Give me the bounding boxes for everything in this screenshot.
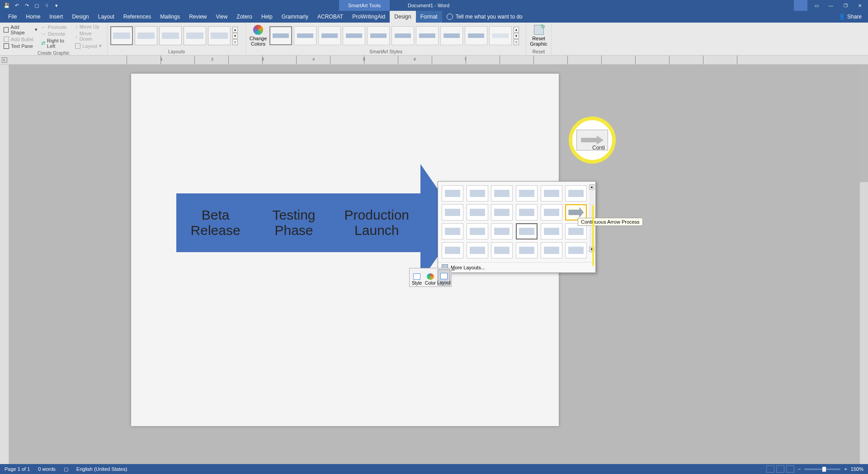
gallery-item[interactable] [516,242,538,258]
style-option-4[interactable] [343,26,365,45]
tab-smartart-design[interactable]: Design [390,11,415,23]
smartart-item-1[interactable]: Beta Release [184,207,247,238]
tab-review[interactable]: Review [184,11,211,23]
tab-view[interactable]: View [212,11,232,23]
layouts-scroll-up-icon[interactable]: ▴ [232,27,238,33]
gallery-scroll-up-icon[interactable]: ▴ [589,184,594,190]
gallery-item[interactable] [442,242,463,258]
status-proofing-icon[interactable]: ▢ [64,466,68,472]
save-icon[interactable]: 💾 [4,2,10,9]
style-option-10[interactable] [489,26,512,45]
styles-scroll-up-icon[interactable]: ▴ [514,27,519,33]
layout-option-2[interactable] [135,26,157,45]
mini-style-button[interactable]: Style [410,269,423,286]
style-option-2[interactable] [294,26,316,45]
smartart-item-2[interactable]: Testing Phase [262,207,326,238]
zoom-slider[interactable] [804,469,840,470]
qat-dropdown-icon[interactable]: ▾ [53,2,60,9]
gallery-item[interactable] [491,242,513,258]
gallery-item[interactable] [541,223,562,239]
gallery-item[interactable] [491,223,513,239]
tab-smartart-format[interactable]: Format [416,11,442,23]
ribbon-display-icon[interactable]: ▭ [810,0,823,11]
tab-grammarly[interactable]: Grammarly [277,11,313,23]
minimize-icon[interactable]: — [825,0,837,11]
layouts-more-icon[interactable]: ▿ [232,39,238,45]
layout-option-3[interactable] [159,26,182,45]
touch-mode-icon[interactable]: ☟ [43,2,50,9]
gallery-item[interactable] [516,185,538,202]
styles-scroll-down-icon[interactable]: ▾ [514,33,519,39]
redo-icon[interactable]: ↷ [24,2,30,9]
gallery-item[interactable] [541,242,562,258]
style-option-9[interactable] [465,26,487,45]
gallery-item[interactable] [491,185,513,202]
gallery-item[interactable] [565,242,587,258]
gallery-item-selected[interactable] [516,223,538,239]
gallery-item[interactable] [467,204,488,221]
style-option-7[interactable] [416,26,439,45]
zoom-out-icon[interactable]: − [798,466,801,472]
status-page[interactable]: Page 1 of 1 [5,466,30,472]
right-to-left-button[interactable]: ⇄ Right to Left [40,38,72,49]
style-option-3[interactable] [318,26,341,45]
maximize-icon[interactable]: ❐ [839,0,852,11]
share-button[interactable]: 👤 Share [839,14,862,20]
tab-insert[interactable]: Insert [45,11,67,23]
undo-icon[interactable]: ↶ [14,2,20,9]
tab-prowritingaid[interactable]: ProWritingAid [348,11,390,23]
vertical-scrollbar[interactable] [860,65,868,464]
styles-more-icon[interactable]: ▿ [514,39,519,45]
tab-references[interactable]: References [119,11,156,23]
view-read-mode-icon[interactable] [766,465,774,473]
tab-help[interactable]: Help [257,11,277,23]
tab-layout[interactable]: Layout [94,11,119,23]
close-icon[interactable]: ✕ [854,0,866,11]
tab-acrobat[interactable]: ACROBAT [313,11,348,23]
layouts-scroll-down-icon[interactable]: ▾ [232,33,238,39]
add-shape-button[interactable]: Add Shape ▾ [3,24,38,36]
tab-file[interactable]: File [4,11,21,23]
gallery-item[interactable] [467,185,488,202]
tab-zotero[interactable]: Zotero [232,11,257,23]
style-option-8[interactable] [440,26,463,45]
account-color-block[interactable] [794,0,807,11]
gallery-item[interactable] [442,204,463,221]
view-print-layout-icon[interactable] [776,465,784,473]
gallery-item[interactable] [467,223,488,239]
mini-layout-button[interactable]: Layout [438,269,450,286]
style-option-5[interactable] [367,26,390,45]
new-doc-icon[interactable]: ▢ [33,2,40,9]
tab-selector-icon[interactable]: L [2,57,7,63]
gallery-item[interactable] [442,223,463,239]
gallery-item[interactable] [467,242,488,258]
tab-home[interactable]: Home [21,11,45,23]
mini-color-button[interactable]: Color [424,269,437,286]
tab-mailings[interactable]: Mailings [156,11,184,23]
style-option-1[interactable] [269,26,292,45]
gallery-item[interactable] [541,185,562,202]
gallery-item[interactable] [491,204,513,221]
view-web-layout-icon[interactable] [786,465,794,473]
tab-design[interactable]: Design [67,11,93,23]
layout-option-4[interactable] [184,26,206,45]
layout-option-5[interactable] [208,26,231,45]
gallery-item[interactable] [516,204,538,221]
style-option-6[interactable] [392,26,414,45]
gallery-item[interactable] [541,204,562,221]
tell-me-search[interactable]: Tell me what you want to do [447,14,523,20]
more-layouts-button[interactable]: More Layouts... [438,262,595,272]
smartart-graphic[interactable]: Beta Release Testing Phase Production La… [176,164,461,282]
reset-graphic-button[interactable]: Reset Graphic [529,25,548,47]
gallery-item[interactable] [442,185,463,202]
status-words[interactable]: 0 words [38,466,56,472]
layout-option-1[interactable] [110,26,133,45]
change-colors-button[interactable]: Change Colors [249,25,268,47]
status-language[interactable]: English (United States) [76,466,127,472]
scrollbar-thumb[interactable] [860,65,868,182]
gallery-item[interactable] [565,185,587,202]
zoom-in-icon[interactable]: + [844,466,847,472]
text-pane-button[interactable]: Text Pane [3,43,38,49]
smartart-item-3[interactable]: Production Launch [340,207,413,238]
zoom-level[interactable]: 150% [851,466,863,472]
